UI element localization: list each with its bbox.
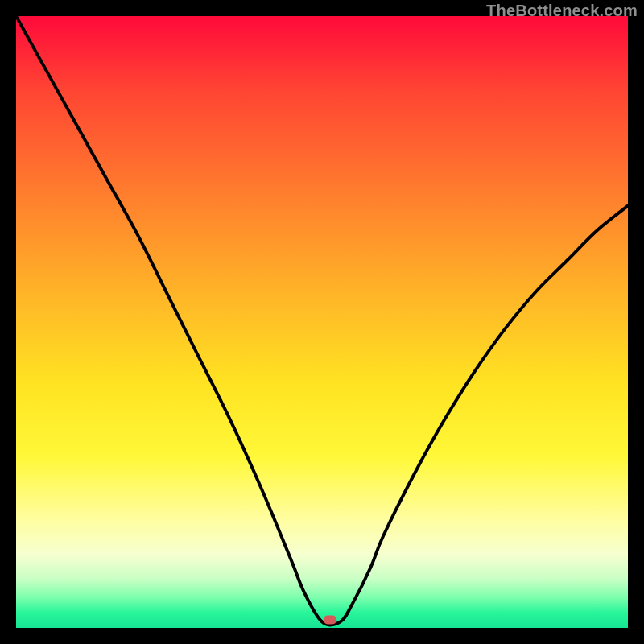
curve-path [16,16,628,625]
bottleneck-curve [16,16,628,628]
plot-area [16,16,628,628]
chart-frame: TheBottleneck.com [0,0,644,644]
optimal-point-marker [324,616,336,625]
